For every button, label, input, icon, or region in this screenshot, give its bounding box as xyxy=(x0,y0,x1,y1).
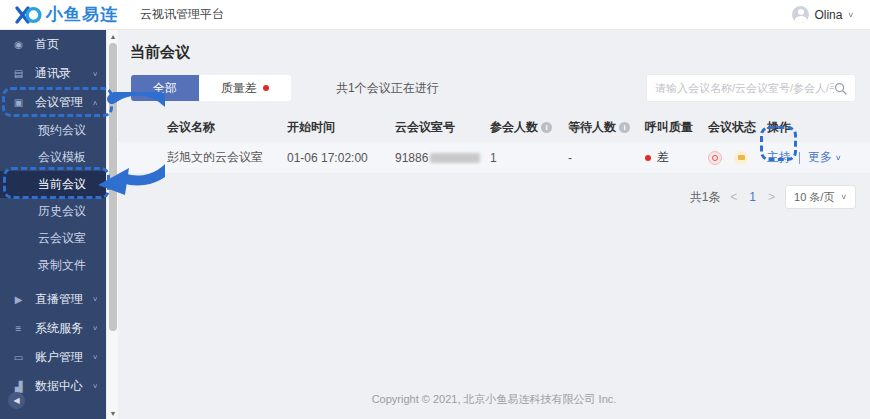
data-center-icon: ▟ xyxy=(12,381,25,392)
pagination: 共1条 < 1 > 10 条/页 ∨ xyxy=(118,185,856,209)
tab-label: 质量差 xyxy=(221,75,257,101)
chevron-down-icon: ∨ xyxy=(92,354,98,361)
col-header-call-quality: 呼叫质量 xyxy=(645,119,708,136)
page-title: 当前会议 xyxy=(130,43,870,62)
home-icon: ◉ xyxy=(12,39,25,50)
user-menu[interactable]: Olina ∨ xyxy=(792,6,854,23)
sidebar-scrollbar[interactable]: ▲ ▼ xyxy=(106,30,118,419)
sidebar-item-live-management[interactable]: ▶ 直播管理 ∨ xyxy=(0,285,106,314)
chevron-down-icon: ∨ xyxy=(92,70,98,77)
scrollbar-thumb[interactable] xyxy=(109,43,117,331)
table-row: 彭旭文的云会议室 01-06 17:02:00 91886 1 - 差 主持 更… xyxy=(118,142,870,173)
prev-page-button[interactable]: < xyxy=(730,190,737,204)
cell-participants: 1 xyxy=(490,151,568,165)
col-header-room-number: 云会议室号 xyxy=(395,119,490,136)
col-header-waiting: 等待人数 i xyxy=(568,119,645,136)
user-name: Olina xyxy=(814,8,842,22)
cell-operations: 主持 更多 ∨ xyxy=(767,149,870,166)
recording-status-icon xyxy=(708,151,722,165)
sidebar-item-label: 账户管理 xyxy=(35,349,83,366)
scrollbar-down-arrow[interactable]: ▼ xyxy=(107,407,119,419)
chevron-down-icon: ∨ xyxy=(840,193,847,201)
tab-all[interactable]: 全部 xyxy=(131,75,199,101)
live-icon: ▶ xyxy=(12,294,25,305)
meeting-count-summary: 共1个会议正在进行 xyxy=(336,80,439,97)
col-header-operations: 操作 xyxy=(767,119,870,136)
app-logo: 小鱼易连 xyxy=(14,3,118,26)
sidebar-item-meeting-template[interactable]: 会议模板 xyxy=(0,144,106,171)
page-number[interactable]: 1 xyxy=(747,190,758,204)
top-bar: 小鱼易连 云视讯管理平台 Olina ∨ xyxy=(0,0,870,30)
search-input[interactable] xyxy=(655,82,834,94)
chevron-down-icon: ∨ xyxy=(92,296,98,303)
cell-room-number: 91886 xyxy=(395,151,490,165)
search-box xyxy=(646,74,856,102)
search-icon[interactable] xyxy=(834,82,847,95)
sidebar-item-reserve-meeting[interactable]: 预约会议 xyxy=(0,117,106,144)
cell-meeting-name: 彭旭文的云会议室 xyxy=(167,149,287,166)
sidebar-item-history-meeting[interactable]: 历史会议 xyxy=(0,198,106,225)
sidebar-item-label: 系统服务 xyxy=(35,320,83,337)
sidebar-item-contacts[interactable]: ▤ 通讯录 ∨ xyxy=(0,59,106,88)
user-avatar xyxy=(792,6,809,23)
col-header-start-time: 开始时间 xyxy=(287,119,395,136)
host-button[interactable]: 主持 xyxy=(767,149,791,166)
chevron-down-icon: ∨ xyxy=(92,383,98,390)
cell-meeting-status xyxy=(708,151,767,165)
tab-poor-quality[interactable]: 质量差 xyxy=(199,75,291,101)
footer-copyright: Copyright © 2021, 北京小鱼易连科技有限公司 Inc. xyxy=(118,392,870,407)
cell-call-quality: 差 xyxy=(645,149,708,166)
pagination-total: 共1条 xyxy=(690,189,721,206)
info-icon[interactable]: i xyxy=(619,122,630,133)
page-size-select[interactable]: 10 条/页 ∨ xyxy=(785,185,856,209)
poor-quality-dot-icon xyxy=(263,85,269,91)
toolbar: 全部 质量差 共1个会议正在进行 xyxy=(131,74,856,102)
xylink-logo-icon xyxy=(14,5,42,25)
sidebar: ◉ 首页 ▤ 通讯录 ∨ ▣ 会议管理 ∧ 预约会议 会议模板 当前会议 历史会… xyxy=(0,30,106,419)
collapse-left-icon: ◀ xyxy=(13,396,19,405)
sidebar-item-account-management[interactable]: ▭ 账户管理 ∨ xyxy=(0,343,106,372)
sidebar-item-meeting-management[interactable]: ▣ 会议管理 ∧ xyxy=(0,88,106,117)
cell-waiting: - xyxy=(568,151,645,165)
sidebar-item-cloud-meeting-room[interactable]: 云会议室 xyxy=(0,225,106,252)
sidebar-item-current-meeting[interactable]: 当前会议 xyxy=(0,171,106,198)
more-button[interactable]: 更多 xyxy=(808,149,832,166)
chevron-down-icon: ∨ xyxy=(92,325,98,332)
info-icon[interactable]: i xyxy=(541,122,552,133)
next-page-button[interactable]: > xyxy=(768,190,775,204)
live-status-icon xyxy=(734,151,748,165)
meeting-icon: ▣ xyxy=(12,97,25,108)
sidebar-item-home[interactable]: ◉ 首页 xyxy=(0,30,106,59)
table-header-row: 会议名称 开始时间 云会议室号 参会人数 i 等待人数 i 呼叫质量 会议状态 … xyxy=(118,112,870,142)
sidebar-item-label: 会议管理 xyxy=(35,94,83,111)
operations-divider xyxy=(799,152,800,164)
col-header-meeting-name: 会议名称 xyxy=(167,119,287,136)
main-content: 当前会议 全部 质量差 共1个会议正在进行 会议名称 开始时间 云会议室号 参会… xyxy=(118,30,870,419)
platform-title: 云视讯管理平台 xyxy=(140,6,224,23)
sidebar-collapse-button[interactable]: ◀ xyxy=(8,392,25,409)
contacts-icon: ▤ xyxy=(12,68,25,79)
system-icon: ≡ xyxy=(12,323,25,334)
sidebar-item-label: 首页 xyxy=(35,36,59,53)
sidebar-item-label: 数据中心 xyxy=(35,378,83,395)
chevron-down-icon: ∨ xyxy=(847,11,854,19)
account-icon: ▭ xyxy=(12,352,25,363)
scrollbar-up-arrow[interactable]: ▲ xyxy=(107,30,119,42)
redacted-number-blur xyxy=(430,153,480,163)
cell-start-time: 01-06 17:02:00 xyxy=(287,151,395,165)
sidebar-item-recording-files[interactable]: 录制文件 xyxy=(0,252,106,279)
col-header-meeting-status: 会议状态 xyxy=(708,119,767,136)
logo-text: 小鱼易连 xyxy=(46,3,118,26)
chevron-down-icon: ∨ xyxy=(835,154,842,162)
quality-poor-dot-icon xyxy=(645,155,651,161)
col-header-participants: 参会人数 i xyxy=(490,119,568,136)
sidebar-item-label: 通讯录 xyxy=(35,65,71,82)
sidebar-item-system-service[interactable]: ≡ 系统服务 ∨ xyxy=(0,314,106,343)
chevron-up-icon: ∧ xyxy=(92,99,98,106)
sidebar-item-label: 直播管理 xyxy=(35,291,83,308)
